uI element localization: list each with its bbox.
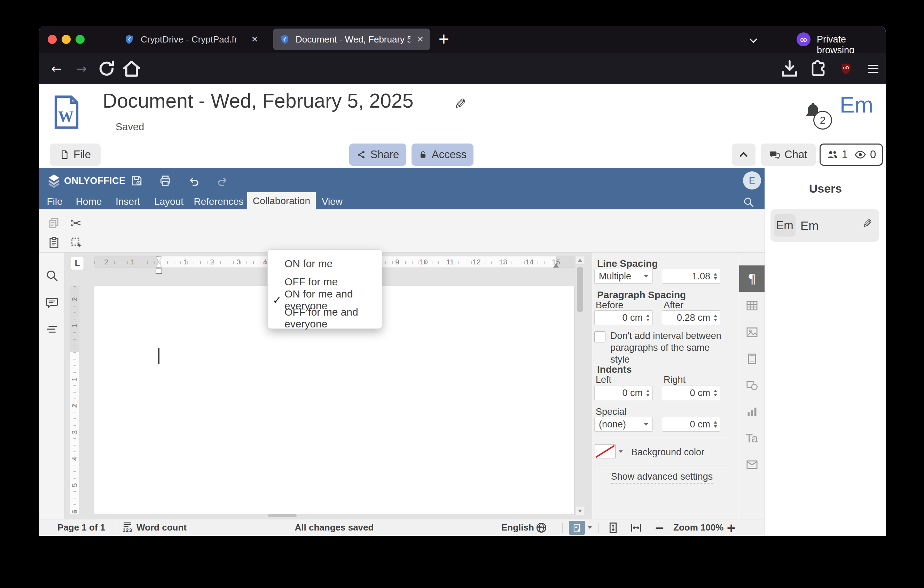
close-tab-icon[interactable]: ✕: [417, 35, 424, 44]
save-icon[interactable]: [130, 174, 144, 187]
dropdown-item-on-for-me[interactable]: ON for me: [268, 254, 382, 273]
interval-checkbox-label[interactable]: Don't add interval between paragraphs of…: [610, 330, 725, 365]
right-icon-strip: ¶ Ta: [739, 253, 764, 519]
tab-view[interactable]: View: [322, 194, 343, 209]
spacing-before-spinner[interactable]: 0 cm: [594, 311, 653, 325]
tab-file[interactable]: File: [44, 194, 66, 209]
mail-merge-icon[interactable]: [739, 451, 764, 478]
indent-left-spinner[interactable]: 0 cm: [594, 386, 653, 400]
new-tab-button[interactable]: +: [438, 31, 450, 47]
line-spacing-select[interactable]: Multiple: [594, 269, 653, 284]
close-tab-icon[interactable]: ✕: [251, 35, 258, 44]
editor-user-avatar[interactable]: E: [743, 172, 761, 190]
fit-width-button[interactable]: [629, 519, 643, 536]
navigation-headings-icon[interactable]: [45, 322, 59, 336]
check-icon: ✓: [272, 294, 281, 306]
special-label: Special: [596, 406, 627, 417]
line-spacing-spinner[interactable]: 1.08: [662, 269, 720, 284]
word-count-button[interactable]: 123 Word count: [122, 519, 186, 536]
maximize-window-button[interactable]: [76, 35, 84, 44]
tab-stop-selector[interactable]: L: [71, 257, 84, 270]
forward-button[interactable]: →: [70, 53, 92, 84]
dropdown-item-off-for-everyone[interactable]: OFF for me and everyone: [268, 309, 382, 327]
search-icon[interactable]: [742, 196, 755, 208]
file-button[interactable]: File: [50, 144, 101, 166]
ruler-number: 3: [234, 258, 243, 266]
collapse-toolbar-button[interactable]: [732, 144, 756, 166]
zoom-in-button[interactable]: +: [726, 519, 736, 536]
print-icon[interactable]: [159, 174, 172, 187]
editor-menu-tabs: File Home Insert Layout References Colla…: [39, 194, 764, 209]
back-button[interactable]: ←: [45, 53, 68, 84]
interval-checkbox[interactable]: [594, 331, 606, 342]
edit-title-pencil-icon[interactable]: ✎: [454, 96, 466, 112]
background-color-picker[interactable]: [594, 444, 625, 459]
access-button[interactable]: Access: [411, 144, 474, 166]
tab-insert[interactable]: Insert: [114, 194, 142, 209]
paragraph-settings-icon[interactable]: ¶: [739, 266, 764, 292]
scrollbar-thumb[interactable]: [577, 267, 583, 312]
downloads-button[interactable]: [779, 53, 800, 84]
header-footer-settings-icon[interactable]: [739, 345, 764, 372]
tab-home[interactable]: Home: [75, 194, 102, 209]
scroll-down-arrow[interactable]: [576, 507, 584, 515]
right-indent-marker[interactable]: [553, 263, 559, 268]
chat-bubbles-icon: [769, 149, 780, 160]
minimize-window-button[interactable]: [62, 35, 71, 44]
select-all-icon[interactable]: [69, 236, 84, 250]
home-button[interactable]: [120, 53, 143, 84]
tab-title: CryptDrive - CryptPad.fr: [141, 34, 237, 45]
shape-settings-icon[interactable]: [739, 372, 764, 398]
document-title[interactable]: Document - Wed, February 5, 2025: [103, 89, 413, 112]
extensions-icon[interactable]: [808, 53, 828, 84]
fit-page-button[interactable]: [607, 519, 620, 536]
textart-settings-icon[interactable]: Ta: [739, 425, 764, 451]
special-select[interactable]: (none): [594, 417, 653, 431]
paste-icon[interactable]: [47, 236, 61, 249]
copy-icon[interactable]: [47, 216, 61, 230]
reload-button[interactable]: [96, 53, 118, 84]
share-button[interactable]: Share: [349, 144, 406, 166]
paragraph-settings-panel: Line Spacing Multiple 1.08 Paragraph Spa…: [592, 253, 739, 519]
tab-cryptdrive[interactable]: CryptDrive - CryptPad.fr ✕: [118, 28, 272, 50]
users-panel: Users Em Em ✎: [764, 168, 886, 536]
spacing-after-spinner[interactable]: 0.28 cm: [662, 311, 720, 325]
tab-layout[interactable]: Layout: [155, 194, 183, 209]
spellcheck-globe-icon[interactable]: [535, 519, 548, 536]
chat-button[interactable]: Chat: [761, 144, 816, 166]
user-avatar-text[interactable]: Em: [840, 92, 873, 118]
close-window-button[interactable]: [48, 35, 57, 44]
tab-collaboration-active[interactable]: Collaboration: [247, 192, 316, 209]
scroll-up-arrow[interactable]: [576, 256, 584, 264]
track-changes-toggle[interactable]: [569, 521, 585, 535]
editors-count: 1: [842, 149, 848, 161]
ublock-origin-icon[interactable]: uO: [836, 53, 856, 84]
edit-user-pencil-icon[interactable]: ✎: [862, 217, 873, 231]
tab-references[interactable]: References: [196, 194, 241, 209]
indent-marker[interactable]: [156, 257, 162, 274]
tab-document-active[interactable]: Document - Wed, February 5, 2 ✕: [273, 28, 430, 50]
table-settings-icon[interactable]: [739, 292, 764, 319]
user-list-item[interactable]: Em Em ✎: [771, 209, 879, 242]
undo-icon[interactable]: [187, 175, 201, 188]
redo-icon[interactable]: [216, 175, 229, 188]
page-indicator[interactable]: Page 1 of 1: [58, 519, 105, 536]
horizontal-scrollbar-thumb[interactable]: [268, 514, 297, 517]
search-icon[interactable]: [45, 269, 59, 282]
presence-counter[interactable]: 1 0: [820, 144, 883, 166]
chart-settings-icon[interactable]: [739, 398, 764, 425]
text-cursor: [158, 348, 160, 364]
comments-icon[interactable]: [45, 296, 59, 310]
vertical-scrollbar[interactable]: [576, 256, 584, 515]
zoom-out-button[interactable]: −: [655, 519, 665, 536]
menu-hamburger-button[interactable]: [863, 53, 884, 84]
special-spinner[interactable]: 0 cm: [662, 417, 720, 431]
ruler-number: 14: [525, 258, 534, 266]
list-tabs-chevron-icon[interactable]: [748, 35, 759, 46]
track-toggle-chevron-icon[interactable]: [588, 526, 592, 529]
advanced-settings-link[interactable]: Show advanced settings: [592, 471, 731, 482]
indent-right-spinner[interactable]: 0 cm: [662, 386, 720, 400]
ruler-number: 5: [70, 481, 79, 489]
image-settings-icon[interactable]: [739, 319, 764, 345]
cut-icon[interactable]: ✂: [70, 216, 81, 231]
